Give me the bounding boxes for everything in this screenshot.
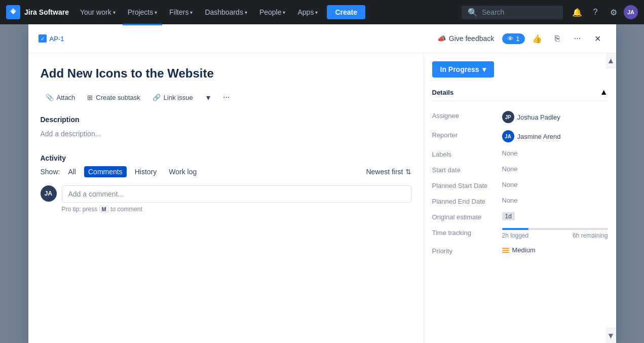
comment-input-row: JA Add a comment... xyxy=(41,185,411,203)
settings-icon[interactable]: ⚙ xyxy=(605,4,622,20)
assignee-avatar: JP xyxy=(502,111,514,123)
your-work-chevron: ▾ xyxy=(113,10,116,15)
create-subtask-button[interactable]: ⊞ Create subtask xyxy=(82,91,145,104)
close-button[interactable]: ✕ xyxy=(590,30,606,47)
filter-comments-button[interactable]: Comments xyxy=(84,166,127,177)
details-collapse-icon: ▲ xyxy=(600,88,608,97)
time-logged: 2h logged xyxy=(502,232,529,239)
people-chevron: ▾ xyxy=(283,10,285,15)
user-avatar[interactable]: JA xyxy=(624,5,638,19)
give-feedback-button[interactable]: 📣 Give feedback xyxy=(433,32,499,45)
apps-chevron: ▾ xyxy=(315,10,318,15)
scroll-up-button[interactable]: ▲ xyxy=(606,53,616,68)
status-chevron: ▾ xyxy=(482,65,486,73)
time-tracking-value[interactable]: 2h logged 6h remaining xyxy=(502,228,608,239)
assignee-label: Assignee xyxy=(432,111,498,120)
description-section: Description Add a description... xyxy=(41,116,411,140)
start-date-label: Start date xyxy=(432,165,498,174)
priority-icon xyxy=(502,248,509,253)
status-button[interactable]: In Progress ▾ xyxy=(432,61,494,78)
toolbar: 📎 Attach ⊞ Create subtask 🔗 Link issue ▾… xyxy=(41,89,411,105)
planned-end-label: Planned End Date xyxy=(432,197,498,205)
share-button[interactable]: ⎘ xyxy=(549,30,565,47)
more-options-button[interactable]: ··· xyxy=(570,30,586,47)
priority-label: Priority xyxy=(432,246,498,255)
filter-history-button[interactable]: History xyxy=(131,166,161,177)
logo[interactable]: Jira Software xyxy=(6,5,69,19)
original-estimate-label: Original estimate xyxy=(432,212,498,221)
original-estimate-row: Original estimate 1d xyxy=(432,209,608,224)
planned-end-value[interactable]: None xyxy=(502,197,518,204)
time-bar-background xyxy=(502,228,608,230)
help-icon[interactable]: ? xyxy=(587,4,603,20)
time-tracking-row: Time tracking 2h logged 6h remaining xyxy=(432,224,608,243)
filter-worklog-button[interactable]: Work log xyxy=(165,166,201,177)
original-estimate-value[interactable]: 1d xyxy=(502,212,515,220)
assignee-value[interactable]: JP Joshua Padley xyxy=(502,111,560,123)
nav-projects[interactable]: Projects ▾ xyxy=(123,6,163,18)
issue-title: Add New Icons to the Website xyxy=(41,65,411,81)
projects-chevron: ▾ xyxy=(155,10,157,15)
keyboard-shortcut: M xyxy=(99,206,109,213)
description-label: Description xyxy=(41,116,411,124)
planned-end-row: Planned End Date None xyxy=(432,193,608,209)
create-button[interactable]: Create xyxy=(327,5,365,19)
left-panel: Add New Icons to the Website 📎 Attach ⊞ … xyxy=(28,53,424,343)
watch-button[interactable]: 👁 1 xyxy=(502,33,524,44)
scroll-down-button[interactable]: ▼ xyxy=(606,328,616,343)
labels-label: Labels xyxy=(432,149,498,158)
feedback-icon: 📣 xyxy=(437,34,446,43)
dashboards-chevron: ▾ xyxy=(245,10,247,15)
planned-start-label: Planned Start Date xyxy=(432,181,498,189)
details-section: Details ▲ Assignee JP Joshua Padley Repo… xyxy=(424,84,616,266)
nav-dashboards[interactable]: Dashboards ▾ xyxy=(200,6,252,18)
watch-icon: 👁 xyxy=(507,35,514,43)
details-header[interactable]: Details ▲ xyxy=(432,84,608,101)
description-input[interactable]: Add a description... xyxy=(41,128,411,140)
logo-text: Jira Software xyxy=(24,8,69,16)
notification-icon[interactable]: 🔔 xyxy=(569,4,585,20)
labels-value[interactable]: None xyxy=(502,149,518,157)
nav-your-work[interactable]: Your work ▾ xyxy=(75,6,121,18)
subtask-icon: ⊞ xyxy=(87,94,93,101)
planned-start-value[interactable]: None xyxy=(502,181,518,188)
start-date-value[interactable]: None xyxy=(502,165,518,173)
issue-modal: ✓ AP-1 📣 Give feedback 👁 1 👍 ⎘ ··· ✕ Add… xyxy=(28,24,616,343)
commenter-avatar: JA xyxy=(41,185,57,202)
link-icon: 🔗 xyxy=(153,94,161,101)
sort-newest-button[interactable]: Newest first ⇅ xyxy=(366,168,411,176)
reporter-value[interactable]: JA Jasmine Arend xyxy=(502,130,561,142)
reporter-avatar: JA xyxy=(502,130,514,142)
search-box[interactable]: 🔍 xyxy=(462,6,563,19)
nav-icons: 🔔 ? ⚙ JA xyxy=(569,4,638,20)
nav-apps[interactable]: Apps ▾ xyxy=(292,6,323,18)
planned-start-row: Planned Start Date None xyxy=(432,177,608,193)
attach-button[interactable]: 📎 Attach xyxy=(41,91,81,104)
link-issue-button[interactable]: 🔗 Link issue xyxy=(147,91,198,104)
nav-people[interactable]: People ▾ xyxy=(254,6,291,18)
jira-logo-icon xyxy=(6,5,20,19)
time-bar-fill xyxy=(502,228,528,230)
estimate-badge: 1d xyxy=(502,212,515,220)
attach-icon: 📎 xyxy=(46,94,54,101)
right-panel: ▲ In Progress ▾ Details ▲ Assignee xyxy=(424,53,616,343)
search-input[interactable] xyxy=(482,8,557,16)
assignee-row: Assignee JP Joshua Padley xyxy=(432,107,608,127)
activity-section: Activity Show: All Comments History Work… xyxy=(41,154,411,213)
modal-body: Add New Icons to the Website 📎 Attach ⊞ … xyxy=(28,53,616,343)
activity-filter-row: Show: All Comments History Work log Newe… xyxy=(41,166,411,177)
issue-type-icon: ✓ xyxy=(39,34,47,43)
toolbar-expand-button[interactable]: ▾ xyxy=(200,89,216,105)
activity-label: Activity xyxy=(41,154,411,162)
nav-filters[interactable]: Filters ▾ xyxy=(164,6,198,18)
thumbsup-button[interactable]: 👍 xyxy=(529,30,545,47)
time-tracking-label: Time tracking xyxy=(432,228,498,237)
issue-id[interactable]: ✓ AP-1 xyxy=(39,34,64,43)
show-label: Show: xyxy=(41,168,60,176)
filters-chevron: ▾ xyxy=(190,10,193,15)
toolbar-more-button[interactable]: ··· xyxy=(218,89,235,105)
search-icon: 🔍 xyxy=(468,8,478,17)
filter-all-button[interactable]: All xyxy=(64,166,80,177)
priority-value[interactable]: Medium xyxy=(502,246,536,254)
comment-input[interactable]: Add a comment... xyxy=(62,185,411,203)
